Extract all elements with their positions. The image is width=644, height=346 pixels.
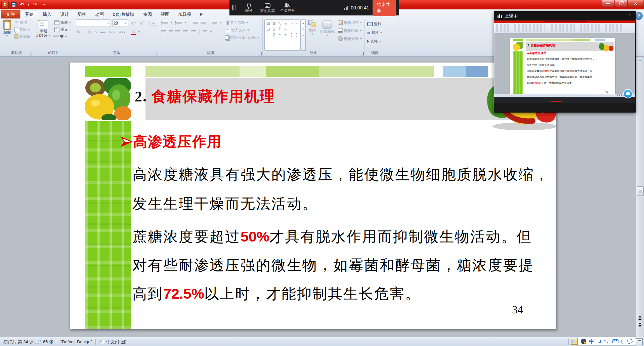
font-color-button[interactable]: A <box>131 29 136 35</box>
redo-button[interactable]: ↷ <box>32 2 38 8</box>
gallery-down-icon[interactable]: ▼ <box>301 26 305 32</box>
increase-indent-icon[interactable] <box>201 21 206 25</box>
help-button[interactable]: ? <box>635 12 643 20</box>
normal-view-button[interactable] <box>571 339 577 345</box>
align-left-icon[interactable] <box>161 30 166 34</box>
shape-rect-icon[interactable]: ▭ <box>290 21 293 25</box>
clear-formatting-button[interactable]: abc <box>151 21 158 26</box>
slide-subtitle[interactable]: 高渗透压作用 <box>120 132 222 151</box>
paste-button[interactable]: 粘贴 ▼ <box>2 19 12 51</box>
shape-elbow-arrow-icon[interactable]: ↳ <box>284 27 287 31</box>
undo-caret-icon[interactable]: ▼ <box>27 3 30 6</box>
change-case-button[interactable]: Aa▼ <box>118 30 127 34</box>
shape-brace-left-icon[interactable]: { <box>291 33 292 37</box>
text-direction-button[interactable]: 文字方向▼ <box>224 19 261 26</box>
sogou-logo-icon[interactable] <box>581 339 586 344</box>
camera-button[interactable] <box>623 89 633 98</box>
scroll-up-arrow[interactable]: ▲ <box>637 58 643 63</box>
tab-view[interactable]: 视图 <box>156 10 174 18</box>
underline-button[interactable]: U <box>87 29 92 35</box>
keyboard-icon[interactable] <box>612 339 618 343</box>
new-share-button[interactable]: 新的共享 <box>257 2 277 13</box>
numbering-icon[interactable] <box>175 21 182 25</box>
mute-all-button[interactable]: 全员静音 <box>277 2 298 13</box>
align-right-icon[interactable] <box>175 30 180 34</box>
copy-button[interactable]: 复制▼ <box>14 27 31 33</box>
body-line-3[interactable]: 蔗糖浓度要超过50%才具有脱水作用而抑制微生物活动。但 <box>132 227 532 247</box>
tab-design[interactable]: 设计 <box>56 10 73 18</box>
body-line-2[interactable]: 发生生理干燥而无法活动。 <box>132 194 318 214</box>
distribute-icon[interactable] <box>191 30 196 34</box>
align-text-button[interactable]: 对齐文本▼ <box>224 27 261 33</box>
close-button[interactable]: × <box>628 0 643 7</box>
gear-icon[interactable] <box>627 339 633 344</box>
quick-styles-button[interactable]: 快速样式 ▼ <box>318 19 336 51</box>
ime-microphone-icon[interactable] <box>621 340 624 343</box>
end-share-button[interactable]: 结束共享 <box>373 0 396 16</box>
decrease-indent-icon[interactable] <box>193 21 198 25</box>
tab-animations[interactable]: 动画 <box>91 10 108 18</box>
cut-button[interactable]: 剪切 <box>14 19 31 26</box>
bullets-icon[interactable] <box>161 21 168 25</box>
tab-file[interactable]: 文件 <box>1 10 20 18</box>
shape-scribble-icon[interactable]: ξ <box>273 33 274 37</box>
class-panel[interactable]: 上课中 ⌃ <box>494 11 636 113</box>
shape-fill-button[interactable]: 形状填充▼ <box>337 19 363 26</box>
smartart-button[interactable]: 转换为 SmartArt▼ <box>224 34 261 40</box>
shapes-gallery[interactable]: ▤▥ ╲↘ ▭○ ▢△ Γ↳ →↓ ◌ξ ~≈ {} <box>264 19 301 51</box>
punctuation-icon[interactable]: °， <box>604 339 609 344</box>
slide-34[interactable]: 2. 食糖保藏作用机理 高渗透压作用 高浓度糖液具有强大的渗透压，能使微生物细胞… <box>70 62 556 329</box>
shape-down-arrow-icon[interactable]: ↓ <box>296 27 298 31</box>
select-button[interactable]: 选择▼ <box>367 38 383 44</box>
language-indicator[interactable]: 中文(中国) <box>96 339 130 345</box>
arrange-button[interactable]: 排列 ▼ <box>307 19 317 51</box>
gallery-up-icon[interactable]: ▲ <box>301 20 305 26</box>
align-center-icon[interactable] <box>169 30 173 34</box>
class-panel-header[interactable]: 上课中 ⌃ <box>494 11 635 20</box>
drawing-dialog-launcher[interactable] <box>360 52 364 55</box>
columns-icon[interactable] <box>203 30 207 34</box>
tab-home[interactable]: 开始 <box>20 10 38 18</box>
clipboard-dialog-launcher[interactable] <box>29 52 32 55</box>
line-spacing-icon[interactable] <box>212 21 217 25</box>
save-button[interactable] <box>11 2 17 8</box>
restore-button[interactable] <box>615 0 628 7</box>
body-line-5[interactable]: 高到72.5%以上时，才能抑制其生长危害。 <box>132 284 421 304</box>
next-slide-button[interactable] <box>637 322 643 328</box>
powerpoint-logo-icon[interactable]: P <box>1 1 9 8</box>
shape-right-arrow-icon[interactable]: → <box>290 27 293 31</box>
fit-window-button[interactable] <box>636 338 643 345</box>
font-dialog-launcher[interactable] <box>155 52 158 55</box>
tab-slideshow[interactable]: 幻灯片放映 <box>108 10 139 18</box>
body-line-1[interactable]: 高浓度糖液具有强大的渗透压，能使微生物细胞质脱水收缩， <box>132 165 550 184</box>
section-button[interactable]: 节▼ <box>54 34 72 40</box>
shape-arc-icon[interactable]: ~ <box>279 33 281 37</box>
gallery-scroll[interactable]: ▲ ▼ ▼ <box>301 19 306 51</box>
chinese-mode-icon[interactable]: 中 <box>589 338 594 345</box>
slide-title[interactable]: 2. 食糖保藏作用机理 <box>135 87 275 106</box>
gallery-more-icon[interactable]: ▼ <box>301 32 305 38</box>
moon-icon[interactable] <box>597 339 601 343</box>
theme-name[interactable]: “Default Design” <box>57 339 95 344</box>
undo-button[interactable]: ↶ <box>19 2 25 8</box>
minimize-button[interactable] <box>602 0 614 7</box>
justify-icon[interactable] <box>183 30 188 34</box>
shape-arrow-icon[interactable]: ↘ <box>284 21 287 25</box>
shape-line-icon[interactable]: ╲ <box>279 21 281 25</box>
tab-extra[interactable]: E <box>196 10 207 18</box>
shadow-button[interactable]: S <box>93 29 98 35</box>
grow-font-button[interactable]: A▲ <box>130 20 137 26</box>
shape-oval-icon[interactable]: ○ <box>296 21 298 25</box>
shrink-font-button[interactable]: A▼ <box>138 20 146 26</box>
new-slide-button[interactable]: 新建 幻灯片 ▼ <box>35 19 52 51</box>
shape-triangle-icon[interactable]: △ <box>273 27 275 31</box>
bold-button[interactable]: B <box>76 29 81 35</box>
find-button[interactable]: 查找 <box>367 21 383 27</box>
font-size-combo[interactable]: 28▼ <box>112 19 128 27</box>
mute-button[interactable]: 静音 <box>240 2 257 13</box>
tab-transitions[interactable]: 切换 <box>73 10 91 18</box>
tab-addins[interactable]: 加载项 <box>174 10 196 18</box>
previous-slide-button[interactable] <box>637 315 643 320</box>
reset-button[interactable]: 重设 <box>54 27 72 33</box>
chevron-up-icon[interactable]: ⌃ <box>628 14 631 18</box>
